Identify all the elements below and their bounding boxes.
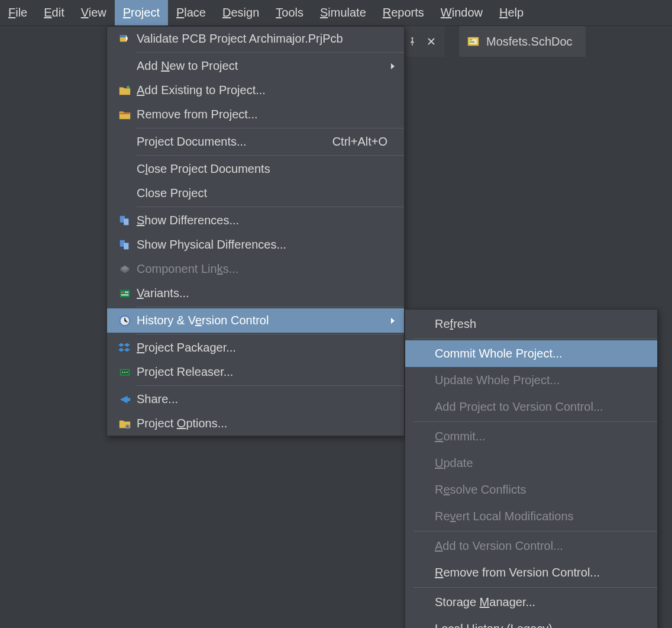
menu-simulate[interactable]: Simulate [312,0,374,25]
menu-view[interactable]: View [73,0,115,25]
submenu-update-whole-label: Update Whole Project... [435,373,651,387]
diff-icon [118,214,132,228]
submenu-local-history[interactable]: Local History (Legacy) [405,616,657,628]
submenu-update[interactable]: Update [405,450,657,476]
menu-share-label: Share... [137,392,398,406]
menu-validate-project[interactable]: Validate PCB Project Archimajor.PrjPcb [107,27,404,51]
tab-controls [405,26,445,57]
document-tab-label: Mosfets.SchDoc [486,35,573,49]
menu-close-documents[interactable]: Close Project Documents [107,157,404,181]
menu-releaser-label: Project Releaser... [137,365,398,379]
menu-project-packager[interactable]: Project Packager... [107,336,404,360]
menu-proj-docs-label: Project Documents... [137,135,332,149]
svg-rect-11 [121,294,129,295]
menu-comp-links-label: Component Links... [137,262,398,276]
submenu-revert[interactable]: Revert Local Modifications [405,503,657,530]
svg-point-20 [127,426,128,427]
menu-file[interactable]: File [0,0,35,25]
separator [413,531,657,532]
menu-add-existing-label: Add Existing to Project... [137,83,398,97]
submenu-add-vc-label: Add to Version Control... [435,539,651,553]
component-icon [118,262,132,276]
variants-icon [118,286,132,301]
svg-point-18 [127,371,128,372]
schematic-doc-icon [466,34,480,49]
menu-tools[interactable]: Tools [267,0,312,25]
menu-place[interactable]: Place [168,0,214,25]
pin-icon[interactable] [407,36,418,47]
folder-remove-icon [118,108,132,122]
menu-close-project[interactable]: Close Project [107,181,404,205]
submenu-add-project-vc[interactable]: Add Project to Version Control... [405,394,657,420]
menu-window[interactable]: Window [432,0,491,25]
menu-variants[interactable]: Variants... [107,281,404,305]
project-menu-dropdown: Validate PCB Project Archimajor.PrjPcb A… [106,26,405,436]
separator [413,339,657,339]
separator [137,155,404,156]
separator [137,52,404,53]
submenu-arrow-icon [391,63,395,69]
folder-gear-icon [118,417,132,431]
menu-show-phys-label: Show Physical Differences... [137,238,398,252]
menu-project[interactable]: Project [115,0,168,25]
releaser-icon [118,365,132,379]
menu-design[interactable]: Design [214,0,267,25]
separator [413,421,657,422]
menu-remove-from-project[interactable]: Remove from Project... [107,102,404,127]
submenu-add-vc[interactable]: Add to Version Control... [405,533,657,559]
menu-remove-label: Remove from Project... [137,108,398,121]
share-icon [118,392,132,407]
menu-project-releaser[interactable]: Project Releaser... [107,360,404,384]
menu-reports[interactable]: Reports [374,0,432,25]
menu-close-proj-label: Close Project [137,186,398,200]
menu-add-existing[interactable]: Add Existing to Project... [107,78,404,102]
menu-show-diff-label: Show Differences... [137,214,398,227]
menu-edit[interactable]: Edit [35,0,72,25]
svg-point-17 [124,371,125,372]
validate-icon [118,32,132,46]
menu-show-physical-differences[interactable]: Show Physical Differences... [107,233,404,257]
menu-add-new[interactable]: Add New to Project [107,54,404,78]
submenu-commit-whole-label: Commit Whole Project... [435,347,651,360]
close-icon[interactable] [426,36,437,47]
submenu-commit-label: Commit... [435,430,651,443]
history-icon [118,314,132,328]
submenu-resolve-label: Resolve Conflicts [435,483,651,497]
menu-close-docs-label: Close Project Documents [137,162,398,176]
diff-icon [118,238,132,252]
submenu-remove-vc-label: Remove from Version Control... [435,566,651,579]
menu-packager-label: Project Packager... [137,341,398,355]
submenu-update-whole-project[interactable]: Update Whole Project... [405,367,657,394]
version-control-submenu: Refresh Commit Whole Project... Update W… [405,309,658,628]
submenu-commit-whole-project[interactable]: Commit Whole Project... [405,340,657,367]
separator [137,128,404,128]
svg-rect-7 [124,243,128,249]
menu-help[interactable]: Help [491,0,532,25]
menu-project-options[interactable]: Project Options... [107,411,404,436]
folder-add-icon [118,83,132,98]
menu-history-label: History & Version Control [137,314,391,327]
menu-project-documents[interactable]: Project Documents... Ctrl+Alt+O [107,130,404,154]
submenu-remove-vc[interactable]: Remove from Version Control... [405,559,657,586]
submenu-commit[interactable]: Commit... [405,423,657,450]
submenu-local-history-label: Local History (Legacy) [435,622,651,628]
submenu-refresh[interactable]: Refresh [405,311,657,337]
separator [137,385,404,386]
menu-show-differences[interactable]: Show Differences... [107,208,404,233]
document-tab[interactable]: Mosfets.SchDoc [459,26,586,57]
menu-history-version-control[interactable]: History & Version Control [107,308,404,333]
submenu-refresh-label: Refresh [435,317,651,331]
submenu-arrow-icon [391,318,395,324]
svg-rect-2 [470,39,473,40]
submenu-update-label: Update [435,456,651,470]
submenu-resolve-conflicts[interactable]: Resolve Conflicts [405,476,657,503]
separator [137,307,404,307]
menubar: File Edit View Project Place Design Tool… [0,0,672,26]
menu-share[interactable]: Share... [107,387,404,411]
menu-validate-label: Validate PCB Project Archimajor.PrjPcb [137,32,398,46]
submenu-storage-manager[interactable]: Storage Manager... [405,589,657,616]
menu-component-links[interactable]: Component Links... [107,257,404,281]
menu-add-new-label: Add New to Project [137,59,391,73]
separator [413,587,657,588]
menu-variants-label: Variants... [137,286,398,300]
